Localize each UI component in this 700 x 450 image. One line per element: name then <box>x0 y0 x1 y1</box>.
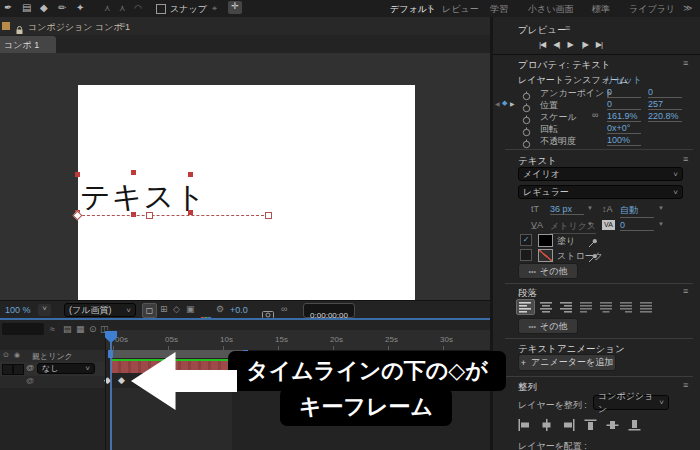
anchor-point-x[interactable]: 0 <box>607 87 641 98</box>
text-section-menu-icon[interactable]: ≡ <box>683 154 688 164</box>
add-animator-button[interactable]: + アニメーターを追加 <box>518 354 616 371</box>
kerning-arrow-icon[interactable]: ▼ <box>587 221 593 227</box>
workspace-tab-small-screen[interactable]: 小さい画面 <box>528 3 573 16</box>
guides-icon[interactable]: ▣ <box>186 304 195 314</box>
rotation-value[interactable]: 0x+0° <box>607 123 641 134</box>
workspace-tab-learn[interactable]: 学習 <box>490 3 508 16</box>
properties-menu-icon[interactable]: ≡ <box>683 58 688 68</box>
stamp-tool-icon[interactable]: ▤ <box>22 2 31 13</box>
align-menu-icon[interactable]: ≡ <box>683 380 688 390</box>
fill-checkbox[interactable]: ✓ <box>520 234 532 246</box>
panel-menu-icon[interactable]: ≡ <box>120 20 125 30</box>
path-point[interactable] <box>265 212 272 219</box>
align-left-button[interactable] <box>516 299 535 315</box>
paragraph-menu-icon[interactable]: ≡ <box>683 286 688 296</box>
leading-arrow-icon[interactable]: ▼ <box>658 205 664 211</box>
viewer-zoom-dropdown-icon[interactable]: ˅ <box>38 304 51 316</box>
workspace-overflow-icon[interactable]: ≫ <box>683 3 692 13</box>
stroke-color-swatch[interactable] <box>538 249 553 262</box>
tracking-value[interactable]: 0 <box>620 220 654 231</box>
align-layer-right-button[interactable] <box>562 417 575 435</box>
mask-visibility-icon[interactable]: ◇ <box>173 304 180 314</box>
next-keyframe-icon[interactable]: ▶ <box>510 100 515 107</box>
fill-color-swatch[interactable] <box>538 234 553 247</box>
tracking-arrow-icon[interactable]: ▼ <box>658 221 664 227</box>
pickwhip-icon[interactable]: ⊙ <box>89 324 97 334</box>
eyedropper-icon[interactable] <box>588 249 598 267</box>
selection-handle[interactable] <box>75 172 80 177</box>
parent-dropdown[interactable]: なし ˅ <box>37 363 95 374</box>
last-frame-button[interactable]: ▶| <box>596 40 602 49</box>
roi-icon[interactable]: ▢ <box>142 303 157 318</box>
font-family-dropdown[interactable]: メイリオ ˅ <box>518 167 683 181</box>
align-right-button[interactable] <box>558 300 575 314</box>
gear-icon[interactable]: ⚙ <box>216 304 224 314</box>
scale-y[interactable]: 220.8% <box>648 111 682 122</box>
text-more-button[interactable]: ••• その他 <box>518 263 578 279</box>
position-y[interactable]: 257 <box>648 99 682 110</box>
resolution-dropdown[interactable]: (フル画質) ˅ <box>64 303 136 317</box>
pickwhip-icon[interactable]: ⌖ <box>212 3 217 14</box>
grid-options-icon[interactable]: ✛ <box>228 1 242 14</box>
font-size-value[interactable]: 36 px <box>550 204 584 215</box>
align-layer-hcenter-button[interactable] <box>540 417 553 435</box>
puppet-tool-icon[interactable]: ✦ <box>76 2 84 13</box>
column-separator[interactable] <box>105 330 106 450</box>
property-pickwhip-icon[interactable]: @ <box>26 376 34 385</box>
leading-value[interactable]: 自動 <box>620 204 654 218</box>
prev-keyframe-icon[interactable]: ◀ <box>495 100 500 107</box>
prev-frame-button[interactable]: ◀| <box>553 40 559 49</box>
keyframe-toggle-icon[interactable]: ◆ <box>502 99 507 107</box>
transform-reset-link[interactable]: リセット <box>605 74 642 87</box>
stroke-checkbox[interactable] <box>520 249 532 261</box>
playhead-line[interactable] <box>110 342 112 450</box>
comp-viewer[interactable]: テキスト <box>0 53 490 300</box>
eraser-tool-icon[interactable]: ◆ <box>40 2 48 13</box>
mask-feather-icon[interactable]: ⋏ <box>119 3 126 13</box>
position-x[interactable]: 0 <box>607 99 641 110</box>
motion-blur-icon[interactable]: ≈ <box>50 324 55 334</box>
layer-row[interactable]: @ なし ˅ <box>0 362 105 377</box>
align-layer-top-button[interactable] <box>584 417 597 435</box>
justify-last-center-button[interactable] <box>598 300 615 314</box>
align-layer-left-button[interactable] <box>518 417 531 435</box>
align-center-button[interactable] <box>538 300 555 314</box>
opacity-value[interactable]: 100% <box>607 135 641 146</box>
workspace-tab-review[interactable]: レビュー <box>442 3 479 16</box>
lasso-icon[interactable]: ◠ <box>134 3 142 13</box>
layer-switch-well[interactable] <box>13 364 24 375</box>
workspace-menu-icon[interactable]: ≡ <box>428 3 433 12</box>
snap-checkbox[interactable] <box>156 4 166 14</box>
workspace-tab-standard[interactable]: 標準 <box>592 3 610 16</box>
time-ruler[interactable]: 00s 05s 10s 15s 20s 25s 30s <box>105 330 490 351</box>
font-style-dropdown[interactable]: レギュラー ˅ <box>518 185 683 199</box>
timeline-timecode-box[interactable] <box>2 323 44 335</box>
font-size-arrow-icon[interactable]: ▼ <box>587 205 593 211</box>
justify-last-right-button[interactable] <box>618 300 635 314</box>
workspace-tab-libraries[interactable]: ライブラリ <box>629 3 675 16</box>
link-icon[interactable]: ∞ <box>592 110 598 120</box>
play-button[interactable]: ▶ <box>567 40 573 49</box>
frame-blend-icon[interactable]: ▤ <box>63 324 72 334</box>
layer-switch-well[interactable] <box>2 364 13 375</box>
work-area-bar[interactable] <box>108 350 248 358</box>
opacity-label[interactable]: 不透明度 <box>540 135 576 148</box>
viewer-zoom-value[interactable]: 100 % <box>5 305 31 315</box>
justify-last-left-button[interactable] <box>578 300 595 314</box>
selection-handle[interactable] <box>188 172 193 177</box>
comp-tab[interactable]: コンポ 1 <box>0 36 56 53</box>
first-frame-button[interactable]: |◀ <box>539 40 545 49</box>
stopwatch-icon[interactable] <box>522 135 531 153</box>
selection-handle[interactable] <box>131 170 136 175</box>
paragraph-more-button[interactable]: ••• その他 <box>518 318 578 334</box>
pen-tool-icon[interactable]: ✒ <box>4 2 12 13</box>
align-layer-bottom-button[interactable] <box>628 417 641 435</box>
justify-all-button[interactable] <box>638 300 655 314</box>
mask-vertex-icon[interactable]: ⋏ <box>104 3 111 13</box>
property-row[interactable]: @ <box>0 376 105 388</box>
scale-x[interactable]: 161.9% <box>607 111 641 122</box>
timecode-box[interactable]: 0:00:00:00 <box>303 303 355 318</box>
comp-canvas[interactable]: テキスト <box>78 85 415 314</box>
next-frame-button[interactable]: |▶ <box>582 40 588 49</box>
preview-menu-icon[interactable]: ≡ <box>565 23 570 33</box>
